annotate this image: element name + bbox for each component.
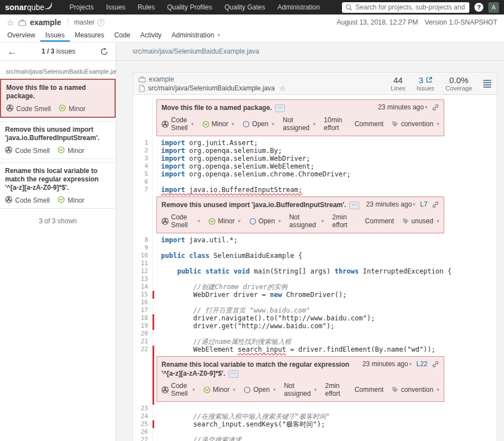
tab-activity[interactable]: Activity [135, 29, 167, 42]
issue-tags-dropdown[interactable]: unused▾ [402, 217, 439, 225]
project-icon [18, 19, 26, 26]
issue-comment-button[interactable]: Comment [354, 386, 383, 394]
favorite-star-icon[interactable]: ☆ [7, 18, 14, 27]
sidebar-file-path: src/main/java/SeleniumBaiduExample.java [0, 61, 116, 79]
line-number[interactable]: 23 [133, 405, 152, 413]
issue-assignee-dropdown[interactable]: Not assigned▾ [289, 213, 324, 229]
line-number[interactable]: 16 [133, 299, 152, 306]
branch-help-icon[interactable]: ? [97, 19, 104, 26]
line-number[interactable]: 14 [133, 283, 152, 291]
user-avatar[interactable]: A [488, 2, 499, 13]
nav-item-quality-profiles[interactable]: Quality Profiles [161, 0, 218, 15]
tag-icon [392, 121, 398, 127]
issue-more-button[interactable]: ··· [229, 370, 239, 378]
back-arrow-icon[interactable]: ← [7, 47, 17, 56]
search-input[interactable] [342, 2, 469, 13]
issue-status-dropdown[interactable]: Open▾ [249, 217, 281, 225]
issue-effort: 10min effort [324, 116, 346, 132]
issue-more-button[interactable]: ··· [275, 104, 285, 112]
line-number[interactable]: 10 [133, 252, 152, 260]
line-number[interactable]: 22 [133, 346, 152, 353]
issue-age-dropdown[interactable]: 23 minutes ago▾ [362, 360, 412, 368]
line-number[interactable]: 3 [133, 155, 152, 162]
line-number[interactable]: 9 [133, 244, 152, 252]
line-number[interactable]: 17 [133, 306, 152, 314]
issue-tags-dropdown[interactable]: convention▾ [392, 386, 439, 394]
gutter-spacer [133, 97, 152, 139]
help-icon[interactable]: ? [474, 3, 483, 12]
issue-severity-dropdown[interactable]: Minor▾ [203, 386, 236, 394]
issue-type-dropdown[interactable]: Code Smell▾ [161, 213, 200, 229]
issue-status-dropdown[interactable]: Open▾ [243, 120, 274, 128]
line-number[interactable]: 2 [133, 147, 152, 155]
tab-overview[interactable]: Overview [2, 29, 40, 42]
reload-icon[interactable] [100, 47, 108, 56]
issue-card[interactable]: Remove this unused import 'java.io.Buffe… [0, 121, 116, 159]
code-text: search_input.sendKeys("极客时间"); [154, 420, 325, 428]
line-number[interactable]: 15 [133, 291, 152, 299]
issue-type-dropdown[interactable]: Code Smell▾ [161, 116, 194, 132]
issues-shown-count: 3 of 3 shown [0, 212, 116, 230]
issue-type: Code Smell [5, 196, 50, 205]
line-number[interactable]: 6 [133, 178, 152, 186]
issue-comment-button[interactable]: Comment [354, 120, 383, 128]
line-number[interactable]: 27 [133, 436, 152, 441]
issue-status-dropdown[interactable]: Open▾ [244, 386, 275, 394]
issue-assignee-dropdown[interactable]: Not assigned▾ [283, 116, 316, 132]
file-favorite-star-icon[interactable]: ☆ [279, 84, 286, 93]
permalink-icon[interactable] [432, 201, 439, 208]
inline-issue-box[interactable]: 23 minutes ago▾L7Remove this unused impo… [156, 196, 444, 233]
chevron-down-icon: ▾ [436, 386, 439, 394]
issue-tags-dropdown[interactable]: convention▾ [392, 120, 439, 128]
inline-issue-box[interactable]: 23 minutes ago▾Move this file to a named… [156, 99, 444, 136]
nav-item-rules[interactable]: Rules [131, 0, 161, 15]
tab-administration[interactable]: Administration▾ [167, 29, 225, 42]
issue-comment-button[interactable]: Comment [365, 217, 394, 225]
nav-item-issues[interactable]: Issues [100, 0, 132, 15]
nav-item-administration[interactable]: Administration [271, 0, 326, 15]
logo-text-light: qube [27, 3, 44, 12]
issue-line-link[interactable]: L22 [416, 360, 427, 368]
issue-line-link[interactable]: L7 [420, 200, 427, 208]
metric-value[interactable]: 3 [417, 75, 435, 85]
line-number[interactable]: 20 [133, 330, 152, 338]
permalink-icon[interactable] [432, 361, 439, 368]
nav-item-projects[interactable]: Projects [63, 0, 99, 15]
line-number[interactable]: 21 [133, 338, 152, 346]
issue-age-dropdown[interactable]: 23 minutes ago▾ [378, 103, 427, 111]
tab-measures[interactable]: Measures [70, 29, 110, 42]
code-text [154, 275, 161, 283]
line-number[interactable]: 1 [133, 139, 152, 147]
file-header-project-link[interactable]: example [149, 75, 174, 83]
issue-age-dropdown[interactable]: 23 minutes ago▾ [366, 200, 416, 208]
severity-minor-icon [202, 121, 210, 128]
issue-assignee-dropdown[interactable]: Not assigned▾ [284, 382, 317, 397]
issue-more-button[interactable]: ··· [349, 202, 359, 209]
line-number[interactable]: 12 [133, 267, 152, 275]
line-number[interactable]: 19 [133, 322, 152, 330]
line-number[interactable]: 11 [133, 260, 152, 267]
sonarqube-logo[interactable]: sonarqube [5, 3, 53, 12]
line-number[interactable]: 5 [133, 170, 152, 178]
line-number[interactable]: 18 [133, 314, 152, 322]
code-line: 24 //在搜索输入框中输入搜索关键字"极客时间" [133, 413, 497, 420]
line-number[interactable]: 13 [133, 275, 152, 283]
line-number[interactable]: 25 [133, 420, 152, 428]
inline-issue-box[interactable]: 23 minutes ago▾L22Rename this local vari… [156, 356, 444, 402]
line-number[interactable]: 24 [133, 413, 152, 420]
project-name[interactable]: example [30, 18, 61, 27]
issue-card[interactable]: Rename this local variable to match the … [0, 162, 116, 209]
line-number[interactable]: 26 [133, 428, 152, 436]
permalink-icon[interactable] [432, 104, 439, 111]
tab-code[interactable]: Code [109, 29, 135, 42]
issue-severity-dropdown[interactable]: Minor▾ [202, 120, 235, 128]
issue-severity-dropdown[interactable]: Minor▾ [208, 217, 241, 225]
line-number[interactable]: 8 [133, 236, 152, 244]
tab-issues[interactable]: Issues [40, 29, 70, 42]
issue-card[interactable]: Move this file to a named package.Code S… [0, 79, 116, 118]
issue-type-dropdown[interactable]: Code Smell▾ [161, 382, 195, 397]
nav-item-quality-gates[interactable]: Quality Gates [218, 0, 272, 15]
line-number[interactable]: 7 [133, 186, 152, 194]
file-menu-icon[interactable] [483, 80, 491, 88]
line-number[interactable]: 4 [133, 162, 152, 170]
